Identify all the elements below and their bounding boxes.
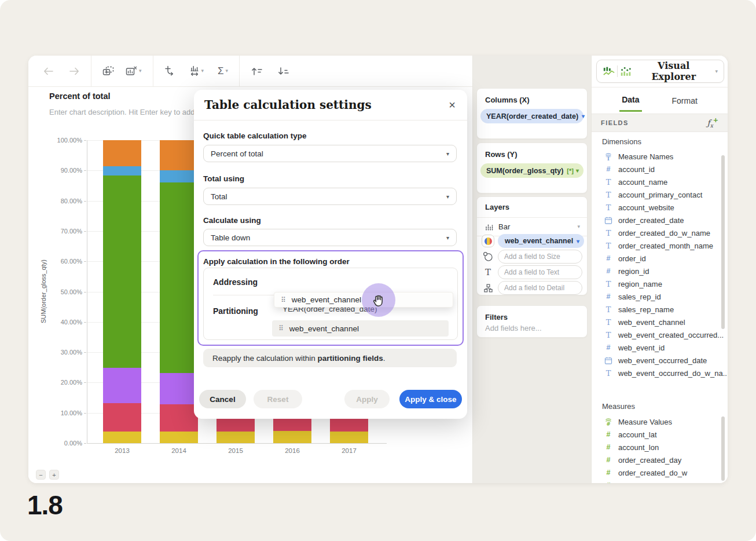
y-tick-label: 20.00% [49, 379, 82, 386]
field-item[interactable]: #sales_rep_id [592, 290, 728, 303]
field-item[interactable]: #Measure Values [592, 415, 728, 428]
x-tick-label: 2016 [273, 447, 311, 454]
field-item-label: account_primary_contact [618, 191, 702, 199]
bar-segment[interactable] [160, 432, 198, 443]
field-item[interactable]: TMeasure Names [592, 150, 728, 163]
bar-segment[interactable] [160, 140, 198, 170]
dimensions-label: Dimensions [602, 137, 641, 146]
tab-format[interactable]: Format [670, 89, 700, 111]
detail-field-input[interactable]: Add a field to Detail [498, 281, 582, 295]
text-field-input[interactable]: Add a field to Text [498, 265, 582, 279]
bar-segment[interactable] [103, 140, 141, 166]
field-item[interactable]: Tsales_rep_name [592, 303, 728, 316]
field-item[interactable]: Taccount_primary_contact [592, 188, 728, 201]
rows-field-pill[interactable]: SUM(order_gloss_qty) [*] ▾ [480, 163, 583, 178]
y-tick-label: 40.00% [49, 319, 82, 326]
field-item[interactable]: order_created_date [592, 214, 728, 226]
note-suffix: . [383, 354, 386, 363]
bar-segment[interactable] [330, 432, 368, 443]
zoom-in-button[interactable]: + [49, 470, 59, 480]
apply-button[interactable]: Apply [344, 390, 390, 408]
y-axis-tick [84, 170, 86, 171]
color-icon[interactable] [482, 235, 494, 247]
field-item[interactable]: Tweb_event_created_occurred... [592, 328, 728, 341]
bar-segment[interactable] [160, 373, 198, 404]
bar-segment[interactable] [103, 432, 141, 443]
add-calculation-icon[interactable]: ƒx+ [707, 116, 718, 129]
field-item-label: Measure Names [618, 152, 673, 161]
calc-type-select[interactable]: Percent of total ▾ [203, 145, 457, 162]
close-icon[interactable]: × [447, 98, 457, 112]
zoom-out-button[interactable]: − [36, 470, 46, 480]
chevron-down-icon: ▾ [446, 235, 449, 241]
field-item[interactable]: #region_id [592, 265, 728, 277]
calculate-using-select[interactable]: Table down ▾ [203, 229, 457, 246]
bar-segment[interactable] [160, 404, 198, 432]
chevron-down-icon: ▾ [446, 151, 449, 157]
field-item[interactable]: Taccount_website [592, 201, 728, 214]
dimensions-scrollbar[interactable] [721, 155, 725, 329]
field-item[interactable]: #account_lat [592, 428, 728, 441]
size-field-input[interactable]: Add a field to Size [498, 250, 582, 264]
rows-shelf: Rows (Y) SUM(order_gloss_qty) [*] ▾ [476, 142, 588, 193]
field-item[interactable]: Tweb_event_channel [592, 316, 728, 328]
y-axis-label: SUM(order_gloss_qty) [40, 259, 47, 323]
measures-scrollbar[interactable] [721, 416, 725, 481]
total-using-select[interactable]: Total ▾ [203, 188, 457, 205]
field-item-label: order_id [618, 254, 646, 263]
tab-data[interactable]: Data [619, 88, 641, 112]
y-axis-tick [84, 322, 86, 323]
field-item[interactable]: #order_id [592, 252, 728, 265]
chevron-down-icon[interactable]: ▾ [577, 238, 579, 244]
field-item[interactable]: #order_created_do_w [592, 466, 728, 479]
field-item[interactable]: web_event_occurred_date [592, 354, 728, 367]
field-item[interactable]: Tweb_event_occurred_do_w_na... [592, 367, 728, 379]
field-item-label: order_created_date [618, 216, 684, 225]
visual-explorer-label: Visual Explorer [636, 60, 711, 82]
field-item[interactable]: #web_event_id [592, 341, 728, 354]
apply-and-close-button[interactable]: Apply & close [399, 390, 462, 408]
layers-title: Layers [477, 197, 587, 218]
field-item[interactable]: Taccount_name [592, 176, 728, 188]
reset-button[interactable]: Reset [254, 390, 302, 408]
cancel-button[interactable]: Cancel [199, 390, 246, 408]
field-item[interactable]: Torder_created_month_name [592, 239, 728, 252]
y-tick-label: 30.00% [49, 349, 82, 356]
color-field-pill[interactable]: web_event_channel ▾ [498, 234, 584, 248]
bar-segment[interactable] [103, 403, 141, 432]
bar-segment[interactable] [160, 182, 198, 373]
field-item[interactable]: #account_lon [592, 441, 728, 454]
field-item[interactable]: #order_created_day [592, 454, 728, 466]
layer-type-label: Bar [498, 222, 572, 231]
field-item[interactable]: #account_id [592, 163, 728, 176]
fields-panel: Visual Explorer ▾ Data Format FIELDS ƒx+… [592, 56, 728, 483]
chevron-down-icon[interactable]: ▾ [582, 113, 585, 119]
bar-segment[interactable] [103, 176, 141, 368]
chevron-down-icon[interactable]: ▾ [576, 167, 579, 174]
partitioning-field-item[interactable]: ⠿ web_event_channel [272, 320, 449, 337]
size-icon [482, 251, 494, 262]
filters-drop-zone[interactable]: Add fields here... [477, 323, 587, 339]
drag-handle-icon[interactable]: ⠿ [281, 297, 286, 304]
detail-slot: Add a field to Detail [482, 280, 582, 295]
color-field-label: web_event_channel [505, 237, 573, 245]
rows-shelf-title: Rows (Y) [477, 143, 587, 163]
field-item-label: order_created_month_name [618, 242, 713, 250]
columns-field-pill[interactable]: YEAR(order_created_date) ▾ [480, 109, 583, 123]
visual-explorer-selector[interactable]: Visual Explorer ▾ [596, 60, 724, 83]
bar-segment[interactable] [103, 166, 141, 176]
field-item-label: region_name [618, 280, 662, 288]
field-item[interactable]: Torder_created_do_w_name [592, 226, 728, 239]
y-tick-label: 90.00% [49, 167, 82, 174]
bar-segment[interactable] [216, 432, 255, 443]
field-item[interactable]: # [592, 479, 728, 483]
text-slot: T Add a field to Text [482, 265, 582, 280]
bar-segment[interactable] [103, 368, 141, 403]
chevron-down-icon[interactable]: ▾ [577, 224, 580, 229]
field-item[interactable]: Tregion_name [592, 277, 728, 290]
field-item-label: region_id [618, 267, 649, 276]
drag-handle-icon[interactable]: ⠿ [278, 325, 284, 332]
bar-segment[interactable] [160, 170, 198, 182]
y-tick-label: 100.00% [49, 137, 82, 144]
bar-segment[interactable] [273, 431, 311, 443]
